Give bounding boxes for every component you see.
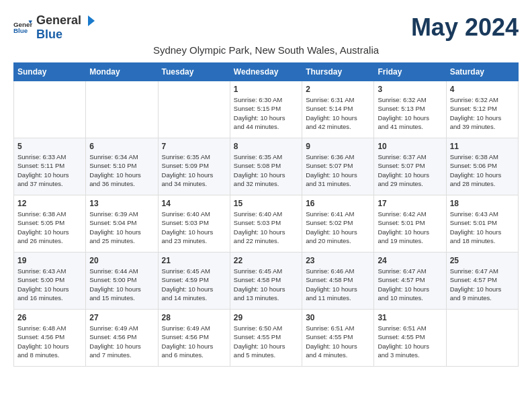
day-info: Sunrise: 6:43 AM Sunset: 5:00 PM Dayligh… bbox=[17, 267, 82, 302]
logo: General Blue General Blue bbox=[13, 13, 96, 42]
calendar-cell: 27Sunrise: 6:49 AM Sunset: 4:56 PM Dayli… bbox=[86, 310, 158, 367]
calendar-day-header: Friday bbox=[374, 63, 446, 81]
day-number: 10 bbox=[378, 142, 442, 151]
calendar-header-row: SundayMondayTuesdayWednesdayThursdayFrid… bbox=[14, 63, 519, 81]
calendar-week-row: 12Sunrise: 6:38 AM Sunset: 5:05 PM Dayli… bbox=[14, 195, 519, 253]
calendar-cell: 22Sunrise: 6:45 AM Sunset: 4:58 PM Dayli… bbox=[230, 253, 302, 310]
calendar-cell: 13Sunrise: 6:39 AM Sunset: 5:04 PM Dayli… bbox=[86, 195, 158, 253]
calendar-day-header: Sunday bbox=[14, 63, 86, 81]
day-info: Sunrise: 6:41 AM Sunset: 5:02 PM Dayligh… bbox=[306, 210, 370, 245]
day-info: Sunrise: 6:38 AM Sunset: 5:06 PM Dayligh… bbox=[450, 152, 515, 188]
day-number: 7 bbox=[162, 142, 226, 151]
day-info: Sunrise: 6:51 AM Sunset: 4:55 PM Dayligh… bbox=[378, 324, 442, 359]
day-info: Sunrise: 6:50 AM Sunset: 4:55 PM Dayligh… bbox=[234, 324, 298, 359]
day-number: 29 bbox=[234, 313, 298, 322]
calendar-cell: 8Sunrise: 6:35 AM Sunset: 5:08 PM Daylig… bbox=[230, 138, 302, 195]
logo-general-text: General bbox=[36, 13, 81, 28]
calendar-cell: 15Sunrise: 6:40 AM Sunset: 5:03 PM Dayli… bbox=[230, 195, 302, 253]
day-info: Sunrise: 6:39 AM Sunset: 5:04 PM Dayligh… bbox=[89, 210, 154, 245]
calendar-cell: 7Sunrise: 6:35 AM Sunset: 5:09 PM Daylig… bbox=[158, 138, 230, 195]
day-number: 4 bbox=[450, 85, 515, 94]
day-number: 28 bbox=[162, 313, 226, 322]
day-info: Sunrise: 6:32 AM Sunset: 5:13 PM Dayligh… bbox=[378, 95, 442, 131]
calendar-day-header: Monday bbox=[86, 63, 158, 81]
calendar-cell: 11Sunrise: 6:38 AM Sunset: 5:06 PM Dayli… bbox=[446, 138, 518, 195]
header: General Blue General Blue May 2024 bbox=[13, 13, 519, 42]
day-number: 22 bbox=[234, 256, 298, 265]
day-info: Sunrise: 6:51 AM Sunset: 4:55 PM Dayligh… bbox=[306, 324, 370, 359]
day-info: Sunrise: 6:48 AM Sunset: 4:56 PM Dayligh… bbox=[17, 324, 82, 359]
day-number: 5 bbox=[17, 142, 82, 151]
day-info: Sunrise: 6:49 AM Sunset: 4:56 PM Dayligh… bbox=[162, 324, 226, 359]
day-info: Sunrise: 6:32 AM Sunset: 5:12 PM Dayligh… bbox=[450, 95, 515, 131]
day-info: Sunrise: 6:38 AM Sunset: 5:05 PM Dayligh… bbox=[17, 210, 82, 245]
calendar-cell: 18Sunrise: 6:43 AM Sunset: 5:01 PM Dayli… bbox=[446, 195, 518, 253]
calendar-day-header: Wednesday bbox=[230, 63, 302, 81]
calendar-table: SundayMondayTuesdayWednesdayThursdayFrid… bbox=[13, 62, 519, 367]
day-number: 25 bbox=[450, 256, 515, 265]
calendar-cell: 10Sunrise: 6:37 AM Sunset: 5:07 PM Dayli… bbox=[374, 138, 446, 195]
day-number: 27 bbox=[89, 313, 154, 322]
day-info: Sunrise: 6:46 AM Sunset: 4:58 PM Dayligh… bbox=[306, 267, 370, 302]
calendar-week-row: 19Sunrise: 6:43 AM Sunset: 5:00 PM Dayli… bbox=[14, 253, 519, 310]
logo-blue-text: Blue bbox=[36, 28, 62, 41]
calendar-cell: 29Sunrise: 6:50 AM Sunset: 4:55 PM Dayli… bbox=[230, 310, 302, 367]
day-info: Sunrise: 6:42 AM Sunset: 5:01 PM Dayligh… bbox=[378, 210, 442, 245]
day-info: Sunrise: 6:36 AM Sunset: 5:07 PM Dayligh… bbox=[306, 152, 370, 188]
svg-marker-3 bbox=[88, 15, 95, 26]
day-number: 6 bbox=[89, 142, 154, 151]
day-number: 15 bbox=[234, 199, 298, 208]
calendar-day-header: Tuesday bbox=[158, 63, 230, 81]
day-info: Sunrise: 6:37 AM Sunset: 5:07 PM Dayligh… bbox=[378, 152, 442, 188]
calendar-day-header: Thursday bbox=[302, 63, 374, 81]
calendar-week-row: 1Sunrise: 6:30 AM Sunset: 5:15 PM Daylig… bbox=[14, 81, 519, 138]
calendar-cell bbox=[446, 310, 518, 367]
day-number: 13 bbox=[89, 199, 154, 208]
calendar-cell: 9Sunrise: 6:36 AM Sunset: 5:07 PM Daylig… bbox=[302, 138, 374, 195]
calendar-cell: 17Sunrise: 6:42 AM Sunset: 5:01 PM Dayli… bbox=[374, 195, 446, 253]
calendar-cell: 30Sunrise: 6:51 AM Sunset: 4:55 PM Dayli… bbox=[302, 310, 374, 367]
calendar-cell: 16Sunrise: 6:41 AM Sunset: 5:02 PM Dayli… bbox=[302, 195, 374, 253]
calendar-body: 1Sunrise: 6:30 AM Sunset: 5:15 PM Daylig… bbox=[14, 81, 519, 367]
calendar-cell: 28Sunrise: 6:49 AM Sunset: 4:56 PM Dayli… bbox=[158, 310, 230, 367]
day-info: Sunrise: 6:43 AM Sunset: 5:01 PM Dayligh… bbox=[450, 210, 515, 245]
day-number: 18 bbox=[450, 199, 515, 208]
calendar-cell: 4Sunrise: 6:32 AM Sunset: 5:12 PM Daylig… bbox=[446, 81, 518, 138]
day-number: 3 bbox=[378, 85, 442, 94]
day-number: 20 bbox=[89, 256, 154, 265]
day-info: Sunrise: 6:34 AM Sunset: 5:10 PM Dayligh… bbox=[89, 152, 154, 188]
day-info: Sunrise: 6:47 AM Sunset: 4:57 PM Dayligh… bbox=[378, 267, 442, 302]
calendar-week-row: 26Sunrise: 6:48 AM Sunset: 4:56 PM Dayli… bbox=[14, 310, 519, 367]
calendar-cell: 6Sunrise: 6:34 AM Sunset: 5:10 PM Daylig… bbox=[86, 138, 158, 195]
day-number: 2 bbox=[306, 85, 370, 94]
calendar-cell: 3Sunrise: 6:32 AM Sunset: 5:13 PM Daylig… bbox=[374, 81, 446, 138]
calendar-cell: 12Sunrise: 6:38 AM Sunset: 5:05 PM Dayli… bbox=[14, 195, 86, 253]
month-year-title: May 2024 bbox=[411, 13, 519, 42]
day-number: 30 bbox=[306, 313, 370, 322]
logo-icon: General Blue bbox=[13, 18, 32, 37]
calendar-cell: 21Sunrise: 6:45 AM Sunset: 4:59 PM Dayli… bbox=[158, 253, 230, 310]
day-number: 11 bbox=[450, 142, 515, 151]
calendar-cell: 20Sunrise: 6:44 AM Sunset: 5:00 PM Dayli… bbox=[86, 253, 158, 310]
location-title: Sydney Olympic Park, New South Wales, Au… bbox=[13, 44, 519, 56]
day-number: 23 bbox=[306, 256, 370, 265]
calendar-cell bbox=[158, 81, 230, 138]
day-info: Sunrise: 6:31 AM Sunset: 5:14 PM Dayligh… bbox=[306, 95, 370, 131]
calendar-cell: 5Sunrise: 6:33 AM Sunset: 5:11 PM Daylig… bbox=[14, 138, 86, 195]
day-number: 8 bbox=[234, 142, 298, 151]
calendar-cell: 14Sunrise: 6:40 AM Sunset: 5:03 PM Dayli… bbox=[158, 195, 230, 253]
day-number: 12 bbox=[17, 199, 82, 208]
calendar-cell: 24Sunrise: 6:47 AM Sunset: 4:57 PM Dayli… bbox=[374, 253, 446, 310]
calendar-cell: 2Sunrise: 6:31 AM Sunset: 5:14 PM Daylig… bbox=[302, 81, 374, 138]
day-info: Sunrise: 6:35 AM Sunset: 5:09 PM Dayligh… bbox=[162, 152, 226, 188]
svg-text:Blue: Blue bbox=[13, 27, 28, 34]
day-info: Sunrise: 6:33 AM Sunset: 5:11 PM Dayligh… bbox=[17, 152, 82, 188]
calendar-day-header: Saturday bbox=[446, 63, 518, 81]
day-number: 26 bbox=[17, 313, 82, 322]
day-number: 14 bbox=[162, 199, 226, 208]
day-info: Sunrise: 6:45 AM Sunset: 4:58 PM Dayligh… bbox=[234, 267, 298, 302]
day-info: Sunrise: 6:45 AM Sunset: 4:59 PM Dayligh… bbox=[162, 267, 226, 302]
day-number: 24 bbox=[378, 256, 442, 265]
calendar-cell: 26Sunrise: 6:48 AM Sunset: 4:56 PM Dayli… bbox=[14, 310, 86, 367]
calendar-cell bbox=[86, 81, 158, 138]
